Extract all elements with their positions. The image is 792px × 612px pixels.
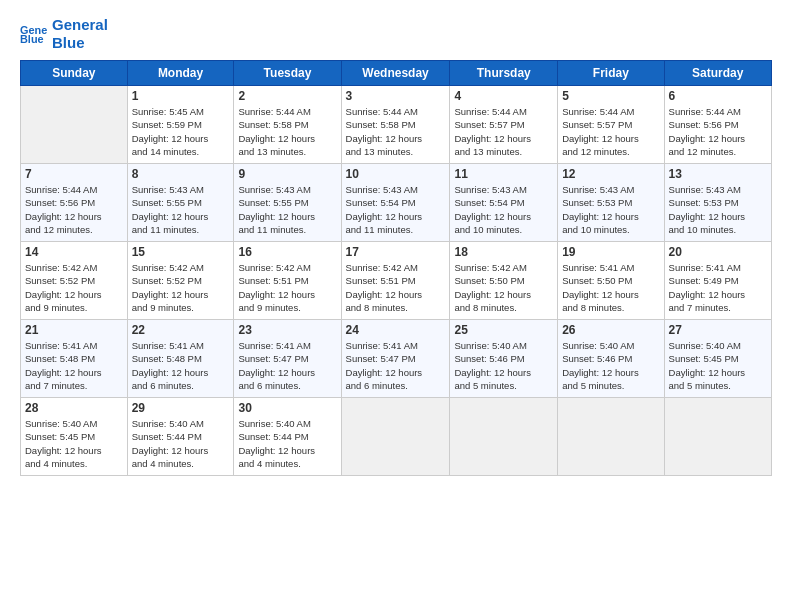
day-info: Sunrise: 5:41 AM Sunset: 5:47 PM Dayligh… bbox=[346, 339, 446, 392]
day-info: Sunrise: 5:42 AM Sunset: 5:51 PM Dayligh… bbox=[346, 261, 446, 314]
day-cell: 4Sunrise: 5:44 AM Sunset: 5:57 PM Daylig… bbox=[450, 86, 558, 164]
header-thursday: Thursday bbox=[450, 61, 558, 86]
day-cell: 3Sunrise: 5:44 AM Sunset: 5:58 PM Daylig… bbox=[341, 86, 450, 164]
day-info: Sunrise: 5:40 AM Sunset: 5:45 PM Dayligh… bbox=[25, 417, 123, 470]
day-info: Sunrise: 5:41 AM Sunset: 5:48 PM Dayligh… bbox=[25, 339, 123, 392]
day-number: 6 bbox=[669, 89, 767, 103]
day-cell bbox=[558, 398, 664, 476]
logo-text2: Blue bbox=[52, 34, 108, 52]
day-number: 3 bbox=[346, 89, 446, 103]
day-cell: 27Sunrise: 5:40 AM Sunset: 5:45 PM Dayli… bbox=[664, 320, 771, 398]
day-info: Sunrise: 5:43 AM Sunset: 5:53 PM Dayligh… bbox=[562, 183, 659, 236]
day-info: Sunrise: 5:43 AM Sunset: 5:54 PM Dayligh… bbox=[346, 183, 446, 236]
day-cell: 22Sunrise: 5:41 AM Sunset: 5:48 PM Dayli… bbox=[127, 320, 234, 398]
day-info: Sunrise: 5:42 AM Sunset: 5:52 PM Dayligh… bbox=[25, 261, 123, 314]
day-number: 26 bbox=[562, 323, 659, 337]
day-cell: 30Sunrise: 5:40 AM Sunset: 5:44 PM Dayli… bbox=[234, 398, 341, 476]
day-cell: 29Sunrise: 5:40 AM Sunset: 5:44 PM Dayli… bbox=[127, 398, 234, 476]
day-number: 22 bbox=[132, 323, 230, 337]
day-cell: 23Sunrise: 5:41 AM Sunset: 5:47 PM Dayli… bbox=[234, 320, 341, 398]
header-tuesday: Tuesday bbox=[234, 61, 341, 86]
day-cell: 15Sunrise: 5:42 AM Sunset: 5:52 PM Dayli… bbox=[127, 242, 234, 320]
day-number: 29 bbox=[132, 401, 230, 415]
day-number: 21 bbox=[25, 323, 123, 337]
logo-text: General bbox=[52, 16, 108, 34]
day-number: 8 bbox=[132, 167, 230, 181]
header: General Blue General Blue bbox=[20, 16, 772, 52]
day-number: 4 bbox=[454, 89, 553, 103]
day-cell: 11Sunrise: 5:43 AM Sunset: 5:54 PM Dayli… bbox=[450, 164, 558, 242]
day-number: 18 bbox=[454, 245, 553, 259]
header-sunday: Sunday bbox=[21, 61, 128, 86]
week-row-5: 28Sunrise: 5:40 AM Sunset: 5:45 PM Dayli… bbox=[21, 398, 772, 476]
day-info: Sunrise: 5:41 AM Sunset: 5:48 PM Dayligh… bbox=[132, 339, 230, 392]
day-cell: 2Sunrise: 5:44 AM Sunset: 5:58 PM Daylig… bbox=[234, 86, 341, 164]
day-cell: 10Sunrise: 5:43 AM Sunset: 5:54 PM Dayli… bbox=[341, 164, 450, 242]
day-info: Sunrise: 5:40 AM Sunset: 5:44 PM Dayligh… bbox=[132, 417, 230, 470]
header-wednesday: Wednesday bbox=[341, 61, 450, 86]
week-row-4: 21Sunrise: 5:41 AM Sunset: 5:48 PM Dayli… bbox=[21, 320, 772, 398]
logo-icon: General Blue bbox=[20, 20, 48, 48]
day-number: 5 bbox=[562, 89, 659, 103]
week-row-2: 7Sunrise: 5:44 AM Sunset: 5:56 PM Daylig… bbox=[21, 164, 772, 242]
day-info: Sunrise: 5:42 AM Sunset: 5:52 PM Dayligh… bbox=[132, 261, 230, 314]
header-monday: Monday bbox=[127, 61, 234, 86]
week-row-1: 1Sunrise: 5:45 AM Sunset: 5:59 PM Daylig… bbox=[21, 86, 772, 164]
day-cell bbox=[341, 398, 450, 476]
day-cell: 19Sunrise: 5:41 AM Sunset: 5:50 PM Dayli… bbox=[558, 242, 664, 320]
day-info: Sunrise: 5:41 AM Sunset: 5:47 PM Dayligh… bbox=[238, 339, 336, 392]
day-cell: 26Sunrise: 5:40 AM Sunset: 5:46 PM Dayli… bbox=[558, 320, 664, 398]
day-number: 20 bbox=[669, 245, 767, 259]
day-info: Sunrise: 5:42 AM Sunset: 5:51 PM Dayligh… bbox=[238, 261, 336, 314]
day-cell bbox=[21, 86, 128, 164]
day-number: 13 bbox=[669, 167, 767, 181]
week-row-3: 14Sunrise: 5:42 AM Sunset: 5:52 PM Dayli… bbox=[21, 242, 772, 320]
day-info: Sunrise: 5:44 AM Sunset: 5:57 PM Dayligh… bbox=[562, 105, 659, 158]
day-cell: 17Sunrise: 5:42 AM Sunset: 5:51 PM Dayli… bbox=[341, 242, 450, 320]
day-number: 1 bbox=[132, 89, 230, 103]
day-info: Sunrise: 5:40 AM Sunset: 5:44 PM Dayligh… bbox=[238, 417, 336, 470]
day-number: 9 bbox=[238, 167, 336, 181]
day-number: 15 bbox=[132, 245, 230, 259]
day-info: Sunrise: 5:41 AM Sunset: 5:50 PM Dayligh… bbox=[562, 261, 659, 314]
day-info: Sunrise: 5:40 AM Sunset: 5:45 PM Dayligh… bbox=[669, 339, 767, 392]
svg-text:Blue: Blue bbox=[20, 33, 44, 45]
day-number: 19 bbox=[562, 245, 659, 259]
day-number: 25 bbox=[454, 323, 553, 337]
day-info: Sunrise: 5:41 AM Sunset: 5:49 PM Dayligh… bbox=[669, 261, 767, 314]
day-info: Sunrise: 5:43 AM Sunset: 5:54 PM Dayligh… bbox=[454, 183, 553, 236]
day-cell: 28Sunrise: 5:40 AM Sunset: 5:45 PM Dayli… bbox=[21, 398, 128, 476]
day-number: 30 bbox=[238, 401, 336, 415]
day-info: Sunrise: 5:40 AM Sunset: 5:46 PM Dayligh… bbox=[562, 339, 659, 392]
day-number: 23 bbox=[238, 323, 336, 337]
day-cell: 20Sunrise: 5:41 AM Sunset: 5:49 PM Dayli… bbox=[664, 242, 771, 320]
day-cell bbox=[450, 398, 558, 476]
day-cell: 13Sunrise: 5:43 AM Sunset: 5:53 PM Dayli… bbox=[664, 164, 771, 242]
logo: General Blue General Blue bbox=[20, 16, 108, 52]
day-info: Sunrise: 5:44 AM Sunset: 5:56 PM Dayligh… bbox=[25, 183, 123, 236]
day-cell: 8Sunrise: 5:43 AM Sunset: 5:55 PM Daylig… bbox=[127, 164, 234, 242]
day-info: Sunrise: 5:43 AM Sunset: 5:55 PM Dayligh… bbox=[132, 183, 230, 236]
day-info: Sunrise: 5:43 AM Sunset: 5:55 PM Dayligh… bbox=[238, 183, 336, 236]
calendar-header-row: SundayMondayTuesdayWednesdayThursdayFrid… bbox=[21, 61, 772, 86]
day-cell: 21Sunrise: 5:41 AM Sunset: 5:48 PM Dayli… bbox=[21, 320, 128, 398]
day-cell: 7Sunrise: 5:44 AM Sunset: 5:56 PM Daylig… bbox=[21, 164, 128, 242]
day-cell: 5Sunrise: 5:44 AM Sunset: 5:57 PM Daylig… bbox=[558, 86, 664, 164]
day-cell: 14Sunrise: 5:42 AM Sunset: 5:52 PM Dayli… bbox=[21, 242, 128, 320]
day-info: Sunrise: 5:45 AM Sunset: 5:59 PM Dayligh… bbox=[132, 105, 230, 158]
day-info: Sunrise: 5:43 AM Sunset: 5:53 PM Dayligh… bbox=[669, 183, 767, 236]
day-info: Sunrise: 5:44 AM Sunset: 5:56 PM Dayligh… bbox=[669, 105, 767, 158]
header-saturday: Saturday bbox=[664, 61, 771, 86]
day-info: Sunrise: 5:42 AM Sunset: 5:50 PM Dayligh… bbox=[454, 261, 553, 314]
day-cell: 6Sunrise: 5:44 AM Sunset: 5:56 PM Daylig… bbox=[664, 86, 771, 164]
day-number: 27 bbox=[669, 323, 767, 337]
day-cell: 16Sunrise: 5:42 AM Sunset: 5:51 PM Dayli… bbox=[234, 242, 341, 320]
day-cell: 9Sunrise: 5:43 AM Sunset: 5:55 PM Daylig… bbox=[234, 164, 341, 242]
day-number: 2 bbox=[238, 89, 336, 103]
day-number: 10 bbox=[346, 167, 446, 181]
day-info: Sunrise: 5:40 AM Sunset: 5:46 PM Dayligh… bbox=[454, 339, 553, 392]
day-number: 7 bbox=[25, 167, 123, 181]
day-info: Sunrise: 5:44 AM Sunset: 5:57 PM Dayligh… bbox=[454, 105, 553, 158]
day-number: 12 bbox=[562, 167, 659, 181]
calendar-page: General Blue General Blue SundayMondayTu… bbox=[0, 0, 792, 612]
